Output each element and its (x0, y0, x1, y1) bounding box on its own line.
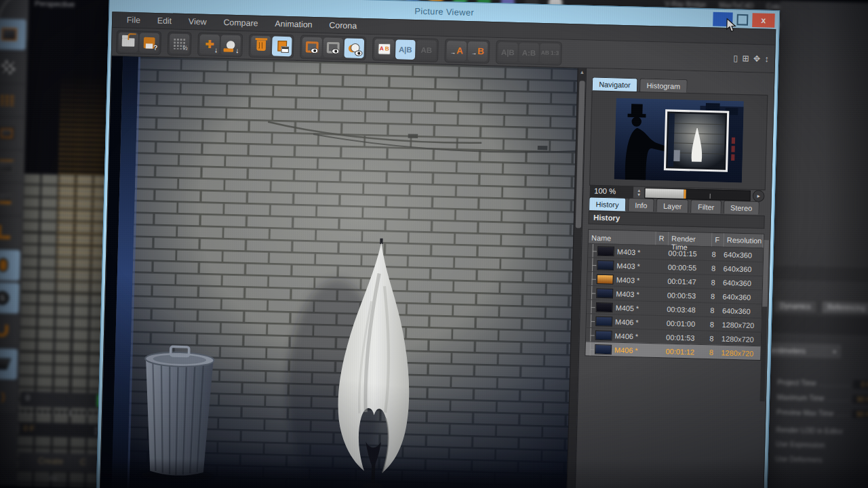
history-table: Name R Render Time F Resolution M403 * 0… (585, 229, 764, 361)
save-image-button[interactable] (139, 33, 159, 53)
attr-value-field[interactable]: 0 F (853, 380, 868, 389)
compare-overlay-button[interactable]: AB (416, 40, 437, 60)
tab-navigator[interactable]: Navigator (592, 77, 638, 91)
render-image-area[interactable]: ▲ (100, 56, 587, 488)
tree-connector-icon (588, 314, 596, 327)
set-as-a-button[interactable]: →A (446, 41, 467, 61)
col-resolution[interactable]: Resolution (724, 233, 763, 247)
delete-image-button[interactable] (251, 35, 271, 56)
pv-window-buttons: x (713, 12, 775, 28)
close-button[interactable]: x (752, 13, 775, 28)
compare-sidebyside-button[interactable]: A|B (395, 39, 416, 60)
model-mode-button[interactable] (0, 18, 26, 50)
tab-history[interactable]: History (589, 197, 626, 211)
frame-value: 0 F (23, 424, 35, 434)
tree-connector-icon (587, 328, 595, 342)
viewport-solo-button[interactable] (0, 249, 20, 281)
tab-stereo[interactable]: Stereo (723, 201, 759, 215)
copy-layers-icon (277, 41, 287, 52)
units-dropdown[interactable]: entimeters ▼ (767, 342, 842, 359)
maximize-button[interactable] (736, 14, 748, 26)
polygons-mode-button[interactable] (0, 183, 22, 215)
zoom-stepper[interactable]: ▲▼ (635, 188, 643, 197)
set-as-b-button[interactable]: →B (468, 41, 488, 62)
show-multipass-button[interactable] (344, 38, 364, 58)
pv-menu-view[interactable]: View (181, 14, 214, 30)
swap-icon: A|B (501, 47, 515, 56)
arrow-a-icon: →A (450, 45, 463, 56)
move-image-button[interactable]: ✚↓ (199, 34, 220, 54)
texture-mode-button[interactable] (0, 52, 26, 83)
zoom-tool-icon[interactable]: ↕ (764, 54, 769, 64)
render-name: M403 * (616, 261, 640, 270)
grid-ab-button[interactable]: A:B (519, 43, 539, 63)
tab-layer[interactable]: Layer (656, 199, 689, 213)
tab-histogram[interactable]: Histogram (639, 78, 688, 92)
ratio-ab-button[interactable]: AB 1:3 (540, 43, 560, 63)
show-image-b-button[interactable] (323, 37, 343, 58)
copy-image-button[interactable] (272, 36, 292, 56)
all-label: All (49, 474, 58, 483)
zoom-slider-handle[interactable] (684, 189, 686, 199)
render-name: M406 * (615, 317, 639, 326)
timeline-ruler[interactable]: 0 (20, 391, 111, 409)
scroll-up-icon[interactable]: ▲ (578, 68, 587, 77)
move-cross-icon: ✚ (205, 38, 214, 51)
zoom-options-button[interactable]: ▸ (753, 190, 765, 202)
move-object-button[interactable]: ↓ (220, 35, 241, 55)
option-row: Use Expression ✓ (776, 441, 868, 451)
option-label: Use Deformers (775, 455, 823, 464)
pv-menu-corona[interactable]: Corona (322, 18, 364, 33)
render-time: 00:01:00 (667, 319, 710, 328)
render-name: M406 * (614, 345, 638, 354)
current-frame-field[interactable]: 0 F ▲▼ (19, 422, 104, 438)
col-render-time[interactable]: Render Time (669, 232, 713, 246)
halftone-resolution-button[interactable] (170, 33, 190, 54)
mouse-cursor (726, 18, 737, 33)
compare-split-button[interactable]: AB (374, 39, 395, 59)
workplane-mode-button[interactable] (0, 84, 24, 116)
tab-info[interactable]: Info (628, 198, 654, 212)
tab-cut[interactable]: C (80, 458, 87, 472)
col-f[interactable]: F (712, 233, 724, 247)
col-r[interactable]: R (656, 232, 669, 245)
pv-menu-animation[interactable]: Animation (268, 16, 319, 33)
frame-count: 8 (711, 278, 723, 287)
tree-connector-icon (589, 286, 597, 300)
grid-layout-icon[interactable]: ⊞ (742, 53, 749, 63)
timeline-ticks (20, 409, 111, 418)
down-arrow-icon: ↓ (214, 45, 218, 54)
ratio-ab-icon: AB 1:3 (541, 49, 559, 56)
tree-connector-icon (589, 272, 597, 285)
swap-ab-button[interactable]: A|B (498, 42, 518, 62)
workplane-lock-button[interactable] (0, 348, 18, 380)
pv-menu-edit[interactable]: Edit (150, 14, 179, 29)
option-row: Use Deformers ✓ (775, 455, 868, 465)
points-mode-button[interactable] (0, 117, 24, 149)
pv-menu-compare[interactable]: Compare (216, 15, 265, 31)
timeline-start: 0 (26, 393, 31, 402)
parens-tool-button[interactable]: ( ) (0, 381, 17, 413)
open-image-button[interactable] (118, 32, 138, 52)
show-image-a-button[interactable] (302, 37, 322, 57)
tab-create[interactable]: Create (38, 456, 64, 472)
pv-menu-file[interactable]: File (119, 13, 147, 28)
tab-dynamics[interactable]: Dynamics (774, 299, 818, 313)
col-name[interactable]: Name (589, 230, 656, 245)
magnet-snap-button[interactable] (0, 315, 18, 347)
snap-s-button[interactable]: S (0, 282, 20, 314)
navigator-preview-box[interactable]: 100 % ▲▼ ▸ (589, 90, 768, 190)
tab-filter[interactable]: Filter (691, 199, 722, 214)
edges-mode-button[interactable] (0, 150, 23, 182)
pan-tool-icon[interactable]: ✥ (753, 54, 761, 64)
tab-referencing[interactable]: Referencing (821, 300, 868, 315)
open-folder-icon (122, 37, 135, 46)
axis-mode-button[interactable] (0, 216, 21, 248)
attr-value-field[interactable]: 90 F (852, 409, 868, 419)
render-time: 00:00:55 (668, 262, 711, 272)
orange-frame-eye-icon (306, 41, 319, 52)
pane-toggle-icon[interactable]: ▯ (733, 53, 738, 63)
attr-value-field[interactable]: 90 F (852, 394, 868, 404)
frame-count: 8 (711, 264, 724, 272)
attr-row: Maximum Time 90 F (776, 392, 868, 404)
